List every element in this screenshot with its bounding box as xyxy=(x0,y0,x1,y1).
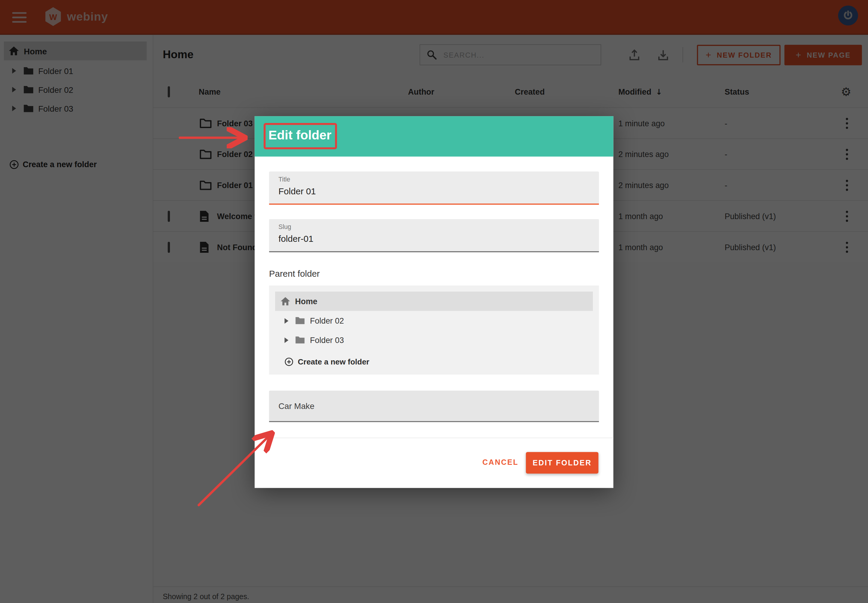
home-icon xyxy=(281,297,290,305)
dialog-footer-divider xyxy=(255,438,614,438)
tree-item-home[interactable]: Home xyxy=(275,292,593,311)
edit-folder-submit-button[interactable]: EDIT FOLDER xyxy=(526,452,598,473)
parent-folder-tree: Home Folder 02 Folder 03 xyxy=(269,285,599,374)
edit-folder-dialog: Edit folder Title Folder 01 Slug folder-… xyxy=(255,116,614,488)
car-make-select[interactable]: Car Make xyxy=(269,390,599,422)
plus-circle-icon xyxy=(285,357,294,366)
tree-create-new-folder[interactable]: Create a new folder xyxy=(285,354,369,370)
slug-field[interactable]: Slug folder-01 xyxy=(269,219,599,252)
tree-folder-label: Folder 02 xyxy=(310,316,344,325)
parent-folder-label: Parent folder xyxy=(269,269,320,279)
car-make-label: Car Make xyxy=(278,401,315,411)
title-field[interactable]: Title Folder 01 xyxy=(269,172,599,205)
cancel-button[interactable]: CANCEL xyxy=(478,458,522,467)
tree-home-label: Home xyxy=(295,297,318,306)
slug-field-label: Slug xyxy=(278,224,291,230)
dialog-header: Edit folder xyxy=(255,116,614,156)
tree-folder-label: Folder 03 xyxy=(310,336,344,345)
tree-item-folder-02[interactable]: Folder 02 xyxy=(269,311,599,331)
chevron-right-icon[interactable] xyxy=(285,337,288,343)
dialog-title: Edit folder xyxy=(268,128,332,143)
screen: W webiny Home Folder 01 xyxy=(0,0,868,603)
chevron-right-icon[interactable] xyxy=(285,318,288,323)
folder-icon xyxy=(295,317,305,325)
title-field-label: Title xyxy=(278,176,290,182)
tree-create-label: Create a new folder xyxy=(298,357,369,366)
folder-icon xyxy=(295,336,305,344)
tree-item-folder-03[interactable]: Folder 03 xyxy=(269,330,599,349)
title-field-value[interactable]: Folder 01 xyxy=(278,187,316,196)
slug-field-value[interactable]: folder-01 xyxy=(278,234,313,244)
